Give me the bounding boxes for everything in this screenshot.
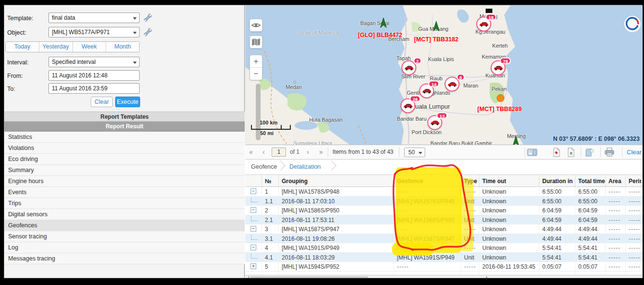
from-input[interactable]: 11 August 2016 12:48 [48, 70, 140, 81]
expand-row-button[interactable]: + [250, 263, 256, 269]
table-row[interactable]: − 4 [MHL] WA1591S/P949 ----- ----- Unkno… [245, 243, 643, 253]
report-item-geofences[interactable]: Geofences [4, 220, 245, 231]
header-area[interactable]: Area [606, 175, 626, 186]
report-item-messages-tracing[interactable]: Messages tracing [4, 253, 245, 264]
report-item-log[interactable]: Log [4, 242, 245, 253]
horizontal-scrollbar[interactable] [245, 275, 643, 278]
table-row[interactable]: − 2 [MHL] WA1586S/P950 ----- ----- Unkno… [245, 206, 643, 215]
export-pdf-icon[interactable] [552, 148, 563, 157]
template-select[interactable]: final data [48, 12, 140, 23]
print-icon[interactable] [604, 148, 615, 157]
yesterday-button[interactable]: Yesterday [39, 42, 73, 52]
place-port-dickson: Port Dickson [412, 129, 441, 135]
month-button[interactable]: Month [106, 42, 139, 52]
scrollbar-thumb[interactable] [250, 276, 368, 278]
report-item-statistics[interactable]: Statistics [4, 132, 245, 143]
object-wrench-icon[interactable] [143, 27, 153, 37]
export-excel-icon[interactable]: X [567, 148, 577, 157]
tree-branch-icon [251, 198, 258, 202]
tab-detalization[interactable]: Detalization [289, 163, 321, 170]
report-item-events[interactable]: Events [4, 187, 245, 198]
unit-cluster-18[interactable]: 18 [477, 17, 491, 32]
cell-total-time: 6:04:59 [575, 215, 606, 224]
table-row-child[interactable]: 1.1 2016-08-11 17:03:10 [MHL] WA1578S/P9… [245, 197, 643, 206]
report-template-icon[interactable] [527, 148, 537, 157]
object-select[interactable]: [MHL] WB5177A/P971 [48, 27, 140, 37]
interval-select[interactable]: Specified interval [48, 57, 140, 67]
toolbar-separator [525, 147, 525, 157]
unit-cluster-26[interactable]: 26 [401, 99, 416, 113]
zoom-out-button[interactable]: − [250, 68, 262, 80]
table-row[interactable]: − 1 [MHL] WA1578S/P948 ----- ----- Unkno… [245, 187, 643, 197]
table-row-child[interactable]: 3.1 2016-08-11 19:08:26 [MHL] WA1587S/P9… [245, 234, 643, 244]
cell-geofence: [MHL] WA1591S/P949 [394, 253, 461, 262]
tree-branch-icon [251, 254, 258, 259]
table-row-child[interactable]: 4.1 2016-08-11 18:03:29 [MHL] WA1591S/P9… [245, 253, 643, 262]
report-item-engine-hours[interactable]: Engine hours [4, 176, 245, 187]
header-geofence[interactable]: Geofence [394, 175, 461, 186]
collapse-row-button[interactable]: − [250, 245, 256, 250]
unit-arrow-marker-2[interactable] [433, 21, 440, 33]
header-perimeter[interactable]: Perimeter [626, 175, 642, 186]
clear-result-link[interactable]: Clear [627, 145, 642, 159]
unit-arrow-marker-1[interactable] [381, 18, 387, 29]
collapse-row-button[interactable]: − [250, 188, 256, 194]
cell-total-time: 6:55:00 [575, 187, 606, 196]
page-size-select[interactable]: 50 [404, 148, 425, 157]
table-row-clipped [245, 272, 643, 274]
today-button[interactable]: Today [6, 42, 39, 52]
medan-marker [294, 81, 296, 84]
cell-time-out-link[interactable]: 2016-08-11 19:53:45 [479, 262, 539, 271]
pager-first-button[interactable]: « [249, 145, 253, 159]
scroll-right-arrow-icon[interactable] [486, 276, 489, 278]
unit-arrow-marker-3[interactable] [513, 136, 519, 145]
scroll-left-arrow-icon[interactable] [246, 276, 249, 278]
template-wrench-icon[interactable] [143, 13, 153, 23]
unit-cluster-78[interactable]: 78 [491, 61, 506, 75]
pager-last-button[interactable]: » [319, 145, 323, 159]
page-number-input[interactable]: 1 [272, 148, 286, 157]
report-result-header[interactable]: Report Result [4, 122, 245, 132]
map-layers-button[interactable] [250, 36, 262, 49]
cell-total-time: 0:05:07 [575, 262, 606, 271]
report-item-violations[interactable]: Violations [4, 143, 245, 154]
table-row[interactable]: + 5 [MHL] WA1594S/P952 ----- ----- 2016-… [245, 262, 643, 272]
unit-cluster-13[interactable]: 13 [428, 115, 442, 130]
to-input[interactable]: 11 August 2016 23:59 [48, 83, 140, 94]
header-time-out[interactable]: Time out [479, 175, 539, 186]
report-item-summary[interactable]: Summary [4, 165, 245, 176]
report-item-digital-sensors[interactable]: Digital sensors [4, 209, 245, 220]
cell-grouping: [MHL] WA1594S/P952 [279, 262, 394, 271]
unit-marker-orange[interactable] [497, 94, 504, 102]
cell-geofence: ----- [394, 262, 461, 271]
report-item-sensor-tracing[interactable]: Sensor tracing [4, 231, 245, 242]
report-item-trips[interactable]: Trips [4, 198, 245, 209]
header-total-time[interactable]: Total time [575, 175, 606, 186]
cell-total-time: 6:55:00 [575, 197, 606, 206]
collapse-row-button[interactable]: − [250, 226, 256, 232]
map[interactable]: + − Strait of Malacca Sumatera Utara Bag… [245, 5, 643, 145]
export-file-icon[interactable] [584, 148, 595, 157]
unit-cluster-14[interactable]: 14 [419, 84, 434, 99]
tab-geofence[interactable]: Geofence [251, 163, 277, 170]
header-grouping[interactable]: Grouping [279, 175, 394, 186]
week-button[interactable]: Week [73, 42, 107, 52]
table-row-child[interactable]: 2.1 2016-08-11 17:53:11 [MHL] WA1586S/P9… [245, 215, 643, 225]
unit-cluster-2[interactable]: 2 [402, 61, 417, 75]
unit-cluster-8[interactable]: 8 [445, 77, 460, 92]
cell-area: ----- [606, 243, 626, 252]
visibility-button[interactable] [250, 19, 262, 32]
collapse-row-button[interactable]: − [250, 207, 256, 213]
report-templates-header[interactable]: Report Templates [4, 112, 245, 122]
pager-prev-button[interactable]: ‹ [262, 145, 265, 159]
report-item-eco-driving[interactable]: Eco driving [4, 154, 245, 165]
header-duration-in[interactable]: Duration in [539, 175, 575, 186]
header-type[interactable]: Type [461, 175, 479, 186]
cell-type: Unit [461, 215, 479, 224]
report-result-list: Statistics Violations Eco driving Summar… [4, 132, 245, 264]
pager-next-button[interactable]: › [307, 145, 309, 159]
zoom-in-button[interactable]: + [250, 55, 262, 68]
clear-button[interactable]: Clear [91, 97, 113, 107]
table-row[interactable]: − 3 [MHL] WA1587S/P947 ----- ----- Unkno… [245, 224, 643, 234]
execute-button[interactable]: Execute [115, 97, 140, 107]
